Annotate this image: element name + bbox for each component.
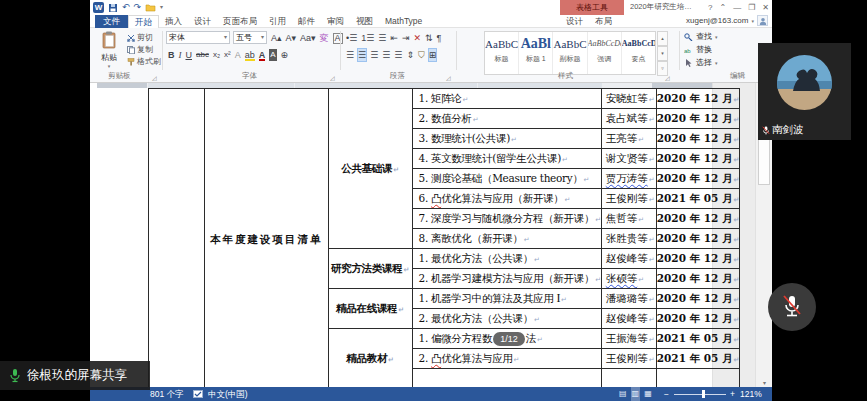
font-size-combo[interactable]: 五号▾: [233, 31, 267, 44]
increase-indent-icon[interactable]: ⇥: [402, 32, 410, 44]
save-icon[interactable]: [108, 3, 118, 13]
mute-toggle-button[interactable]: [768, 283, 816, 331]
borders-icon[interactable]: ⊞: [429, 49, 437, 61]
read-mode-icon[interactable]: ▤: [618, 387, 628, 401]
styles-dialog-launcher-icon[interactable]: ◿: [665, 74, 670, 81]
course-cell[interactable]: 1. 最优化方法（公共课）↵: [412, 249, 601, 269]
enclose-characters-icon[interactable]: ⊕: [281, 49, 289, 61]
person-cell[interactable]: 焦哲等↵: [601, 209, 656, 229]
strikethrough-icon[interactable]: abc: [196, 49, 209, 61]
style-item-heading1[interactable]: AaBl 标题 1: [519, 32, 553, 74]
date-cell[interactable]: 2020 年 12 月↵: [656, 269, 740, 289]
copy-button[interactable]: 复制: [127, 44, 153, 55]
date-cell[interactable]: 2021 年 05 月↵: [656, 189, 740, 209]
category-cell[interactable]: 公共基础课↵: [328, 89, 412, 249]
ribbon-options-icon[interactable]: ⌃: [719, 1, 726, 14]
person-cell[interactable]: 袁占斌等↵: [601, 109, 656, 129]
spell-check-icon[interactable]: [193, 390, 203, 399]
tab-review[interactable]: 审阅: [321, 15, 350, 29]
distribute-icon[interactable]: ☰: [394, 49, 402, 61]
category-cell[interactable]: 精品在线课程↵: [328, 289, 412, 329]
web-layout-icon[interactable]: ▦: [643, 387, 653, 401]
word-count[interactable]: 801 个字: [150, 387, 184, 401]
text-effects-icon[interactable]: A: [235, 49, 241, 61]
course-cell[interactable]: 1. 机器学习中的算法及其应用I↵: [412, 289, 601, 309]
print-layout-icon[interactable]: ▥: [631, 387, 641, 401]
date-cell[interactable]: [656, 369, 740, 388]
character-border-icon[interactable]: A: [333, 33, 343, 44]
course-cell[interactable]: 7. 深度学习与随机微分方程（新开课）↵: [412, 209, 601, 229]
account-avatar-icon[interactable]: [757, 15, 768, 26]
tab-page-layout[interactable]: 页面布局: [217, 15, 263, 29]
course-cell[interactable]: 6. 凸优化算法与应用（新开课）↵: [412, 189, 601, 209]
course-cell[interactable]: 5. 测度论基础（Measure theory）↵: [412, 169, 601, 189]
spacer-cell[interactable]: [149, 89, 205, 388]
course-cell[interactable]: 2. 最优化方法（公共课）↵: [412, 309, 601, 329]
person-cell[interactable]: 赵俊峰等↵: [601, 309, 656, 329]
phonetic-guide-icon[interactable]: 変: [320, 32, 329, 44]
date-cell[interactable]: 2020 年 12 月↵: [656, 309, 740, 329]
person-cell[interactable]: [601, 369, 656, 388]
scrollbar-down-icon[interactable]: ▾: [756, 379, 772, 386]
course-cell[interactable]: 2. 机器学习建模方法与应用（新开课）↵: [412, 269, 601, 289]
tab-insert[interactable]: 插入: [159, 15, 188, 29]
date-cell[interactable]: 2021 年 05 月↵: [656, 349, 740, 369]
date-cell[interactable]: 2020 年 12 月↵: [656, 129, 740, 149]
replace-button[interactable]: ab 替换: [684, 43, 718, 56]
date-cell[interactable]: 2020 年 12 月↵: [656, 149, 740, 169]
numbering-icon[interactable]: 1☰: [361, 32, 374, 44]
style-item-title[interactable]: AaBbC 标题: [485, 32, 519, 74]
zoom-out-icon[interactable]: −: [664, 387, 669, 401]
course-cell[interactable]: 2. 数值分析↵: [412, 109, 601, 129]
zoom-in-icon[interactable]: +: [730, 387, 735, 401]
account-dropdown-icon[interactable]: ▾: [751, 18, 754, 24]
course-cell[interactable]: 3. 数理统计(公共课)↵: [412, 129, 601, 149]
gallery-scroll-down-icon[interactable]: ▾: [657, 46, 668, 61]
bullets-icon[interactable]: •☰: [346, 32, 357, 44]
subscript-icon[interactable]: x₂: [213, 49, 220, 61]
date-cell[interactable]: 2020 年 12 月↵: [656, 229, 740, 249]
character-shading-icon[interactable]: A: [269, 49, 276, 61]
redo-icon[interactable]: ↷: [134, 1, 142, 14]
undo-icon[interactable]: ↶: [122, 1, 130, 14]
category-cell[interactable]: 研究方法类课程↵: [328, 249, 412, 289]
paste-dropdown-icon[interactable]: ▾: [94, 63, 124, 69]
close-icon[interactable]: ✕: [762, 1, 769, 14]
zoom-slider-track[interactable]: [674, 394, 726, 395]
font-color-icon[interactable]: A: [259, 49, 266, 61]
row-group-label-cell[interactable]: 本年度建设项目清单: [205, 89, 329, 388]
date-cell[interactable]: 2020 年 12 月↵: [656, 109, 740, 129]
tab-table-layout[interactable]: 布局: [589, 15, 618, 28]
tab-view[interactable]: 视图: [350, 15, 379, 29]
tab-file[interactable]: 文件: [95, 15, 128, 29]
paragraph-dialog-launcher-icon[interactable]: ◿: [446, 74, 451, 81]
document-area[interactable]: 本年度建设项目清单公共基础课↵1. 矩阵论↵安晓虹等↵2020 年 12 月↵2…: [90, 83, 772, 387]
superscript-icon[interactable]: x²: [224, 49, 231, 61]
qat-customize-icon[interactable]: ▾: [160, 1, 163, 14]
shrink-font-icon[interactable]: A▾: [286, 32, 297, 44]
find-button[interactable]: 查找 ▾: [684, 30, 718, 43]
style-item-emphasis[interactable]: AaBbCcDc 强调: [588, 32, 622, 74]
open-folder-icon[interactable]: [145, 3, 156, 12]
person-cell[interactable]: 赵俊峰等↵: [601, 249, 656, 269]
change-case-icon[interactable]: Aa▾: [300, 32, 316, 44]
date-cell[interactable]: 2021 年 05 月↵: [656, 329, 740, 349]
course-cell[interactable]: 1. 偏微分方程数1/12法↵: [412, 329, 601, 349]
asian-layout-icon[interactable]: ✕: [414, 32, 422, 44]
cut-button[interactable]: 剪切: [127, 32, 153, 43]
tab-table-design[interactable]: 设计: [560, 15, 589, 28]
language-indicator[interactable]: 中文(中国): [208, 387, 248, 401]
tab-mathtype[interactable]: MathType: [379, 15, 428, 29]
help-icon[interactable]: ?: [708, 1, 712, 14]
date-cell[interactable]: 2020 年 12 月↵: [656, 249, 740, 269]
tab-mailings[interactable]: 邮件: [292, 15, 321, 29]
font-family-combo[interactable]: 宋体▾: [166, 31, 230, 44]
shading-icon[interactable]: ⛉: [418, 49, 425, 61]
category-cell[interactable]: 精品教材↵: [328, 329, 412, 388]
course-cell[interactable]: 8. 离散优化（新开课）↵: [412, 229, 601, 249]
align-right-icon[interactable]: ☰: [370, 49, 378, 61]
course-cell[interactable]: [412, 369, 601, 388]
format-painter-button[interactable]: 格式刷: [127, 56, 161, 67]
tab-references[interactable]: 引用: [263, 15, 292, 29]
person-cell[interactable]: 王俊刚等↵: [601, 189, 656, 209]
